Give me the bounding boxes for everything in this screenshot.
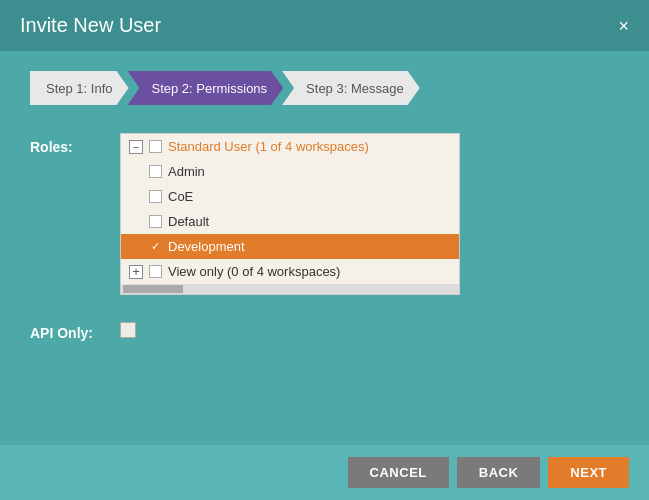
role-admin[interactable]: Admin xyxy=(121,159,459,184)
step-1: Step 1: Info xyxy=(30,71,129,105)
steps-indicator: Step 1: Info Step 2: Permissions Step 3:… xyxy=(30,71,619,105)
roles-list[interactable]: − Standard User (1 of 4 workspaces) Admi… xyxy=(121,134,459,284)
api-only-label: API Only: xyxy=(30,319,120,341)
checkbox-admin[interactable] xyxy=(149,165,162,178)
role-development[interactable]: ✓ Development xyxy=(121,234,459,259)
role-coe[interactable]: CoE xyxy=(121,184,459,209)
checkbox-development[interactable]: ✓ xyxy=(149,240,162,253)
step-2-label: Step 2: Permissions xyxy=(152,81,268,96)
standard-user-label: Standard User (1 of 4 workspaces) xyxy=(168,139,369,154)
next-button[interactable]: NEXT xyxy=(548,457,629,488)
role-default[interactable]: Default xyxy=(121,209,459,234)
api-only-checkbox[interactable] xyxy=(120,322,136,338)
development-label: Development xyxy=(168,239,245,254)
roles-row: Roles: − Standard User (1 of 4 workspace… xyxy=(30,133,619,295)
back-button[interactable]: BACK xyxy=(457,457,541,488)
step-3: Step 3: Message xyxy=(282,71,420,105)
view-only-label: View only (0 of 4 workspaces) xyxy=(168,264,340,279)
modal-body: Step 1: Info Step 2: Permissions Step 3:… xyxy=(0,51,649,445)
step-3-label: Step 3: Message xyxy=(306,81,404,96)
expand-view-only-icon[interactable]: + xyxy=(129,265,143,279)
coe-label: CoE xyxy=(168,189,193,204)
role-view-only[interactable]: + View only (0 of 4 workspaces) xyxy=(121,259,459,284)
form-section: Roles: − Standard User (1 of 4 workspace… xyxy=(30,133,619,341)
default-label: Default xyxy=(168,214,209,229)
role-standard-user[interactable]: − Standard User (1 of 4 workspaces) xyxy=(121,134,459,159)
modal-header: Invite New User × xyxy=(0,0,649,51)
invite-user-modal: Invite New User × Step 1: Info Step 2: P… xyxy=(0,0,649,500)
cancel-button[interactable]: CANCEL xyxy=(348,457,449,488)
scroll-thumb-horizontal xyxy=(123,285,183,293)
checkbox-standard-user[interactable] xyxy=(149,140,162,153)
modal-title: Invite New User xyxy=(20,14,161,37)
checkbox-view-only[interactable] xyxy=(149,265,162,278)
checkbox-default[interactable] xyxy=(149,215,162,228)
roles-container: − Standard User (1 of 4 workspaces) Admi… xyxy=(120,133,460,295)
api-only-row: API Only: xyxy=(30,319,619,341)
checkbox-coe[interactable] xyxy=(149,190,162,203)
collapse-standard-user-icon[interactable]: − xyxy=(129,140,143,154)
step-2: Step 2: Permissions xyxy=(128,71,284,105)
admin-label: Admin xyxy=(168,164,205,179)
step-1-label: Step 1: Info xyxy=(46,81,113,96)
roles-label: Roles: xyxy=(30,133,120,155)
modal-footer: CANCEL BACK NEXT xyxy=(0,445,649,500)
close-button[interactable]: × xyxy=(618,17,629,35)
horizontal-scrollbar[interactable] xyxy=(121,284,459,294)
